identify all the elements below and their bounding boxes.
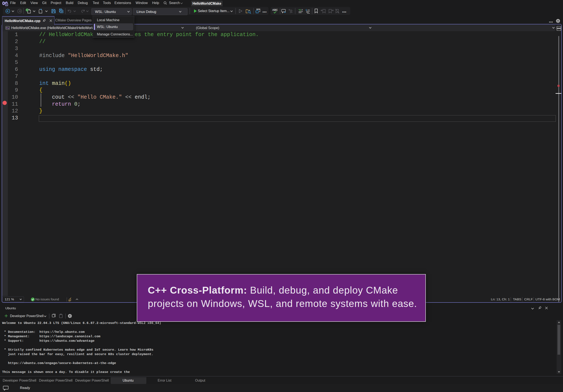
svg-text:ABC: ABC (272, 9, 278, 12)
svg-text:IN: IN (6, 4, 7, 6)
